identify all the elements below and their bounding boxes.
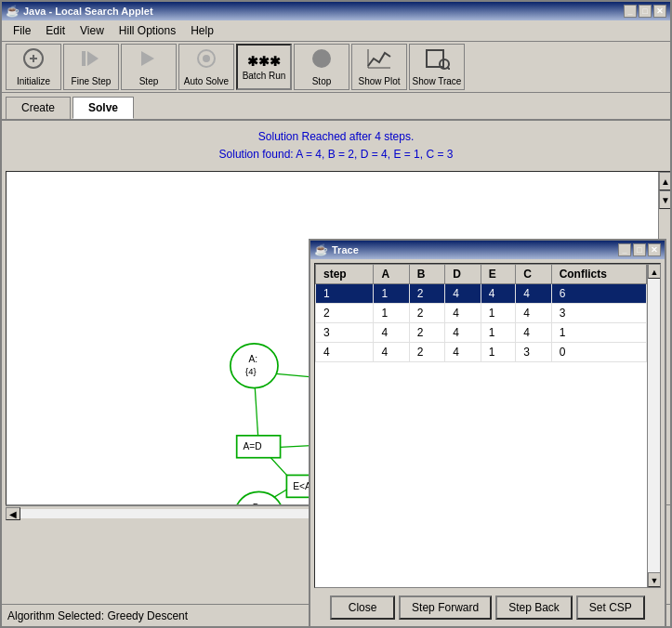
table-row[interactable]: 2 1 2 4 1 4 3 <box>316 304 647 323</box>
trace-close-button[interactable]: ✕ <box>648 243 661 256</box>
cell-c: 3 <box>516 343 551 362</box>
fine-step-icon <box>80 47 102 74</box>
menu-view[interactable]: View <box>72 22 112 39</box>
auto-solve-label: Auto Solve <box>184 76 229 86</box>
menu-bar: File Edit View Hill Options Help <box>2 20 670 42</box>
cell-a: 1 <box>374 304 409 323</box>
table-row[interactable]: 4 4 2 4 1 3 0 <box>316 343 647 362</box>
col-d: D <box>445 265 481 284</box>
step-button[interactable]: Step <box>121 44 177 90</box>
show-plot-label: Show Plot <box>358 76 400 86</box>
tab-create[interactable]: Create <box>6 97 71 119</box>
cell-e: 1 <box>481 323 515 343</box>
show-trace-label: Show Trace <box>413 76 462 86</box>
cell-d: 4 <box>445 304 481 323</box>
trace-maximize-button[interactable]: □ <box>633 243 646 256</box>
svg-marker-2 <box>87 51 99 66</box>
close-button[interactable]: ✕ <box>653 5 666 18</box>
title-bar-text: Java - Local Search Applet <box>23 6 153 17</box>
auto-solve-icon <box>195 47 217 74</box>
trace-window-icon: ☕ <box>314 243 328 256</box>
close-button[interactable]: Close <box>330 595 395 620</box>
col-c: C <box>516 265 551 284</box>
trace-title-text: Trace <box>332 244 359 255</box>
set-csp-button[interactable]: Set CSP <box>576 595 645 620</box>
cell-a: 4 <box>374 323 409 343</box>
col-e: E <box>481 265 515 284</box>
title-bar: ☕ Java - Local Search Applet _ □ ✕ <box>2 2 670 20</box>
cell-b: 2 <box>409 343 444 362</box>
status-text: Algorithm Selected: Greedy Descent <box>7 609 188 622</box>
cell-d: 4 <box>445 343 481 362</box>
menu-help[interactable]: Help <box>183 22 221 39</box>
cell-e: 4 <box>481 284 515 304</box>
trace-minimize-button[interactable]: _ <box>618 243 631 256</box>
cell-step: 3 <box>316 323 374 343</box>
batch-run-button[interactable]: ✱✱✱ Batch Run <box>236 44 292 90</box>
auto-solve-button[interactable]: Auto Solve <box>178 44 234 90</box>
fine-step-label: Fine Step <box>72 76 112 86</box>
cell-b: 2 <box>409 284 444 304</box>
app-icon: ☕ <box>6 5 20 18</box>
svg-text:{4}: {4} <box>245 368 256 377</box>
tab-solve[interactable]: Solve <box>72 97 134 119</box>
cell-conflicts: 1 <box>551 323 646 343</box>
svg-point-19 <box>231 344 278 388</box>
step-icon <box>138 47 160 74</box>
solution-line1: Solution Reached after 4 steps. <box>9 128 663 146</box>
col-a: A <box>374 265 409 284</box>
cell-conflicts: 6 <box>551 284 646 304</box>
menu-edit[interactable]: Edit <box>38 22 72 39</box>
stop-button[interactable]: Stop <box>294 44 349 90</box>
batch-run-label: Batch Run <box>243 71 286 81</box>
show-plot-button[interactable]: Show Plot <box>351 44 407 90</box>
initialize-icon <box>22 47 45 74</box>
svg-point-5 <box>203 55 210 62</box>
trace-controls: _ □ ✕ <box>618 243 661 256</box>
cell-conflicts: 3 <box>551 304 646 323</box>
show-trace-button[interactable]: Show Trace <box>409 44 465 90</box>
trace-window: ☕ Trace _ □ ✕ step A B D <box>309 239 666 628</box>
cell-b: 2 <box>409 304 444 323</box>
table-row[interactable]: 3 4 2 4 1 4 1 <box>316 323 647 343</box>
step-label: Step <box>139 76 159 86</box>
svg-marker-3 <box>141 51 154 66</box>
svg-rect-9 <box>427 50 443 67</box>
toolbar: Initialize Fine Step Step Auto Solve ✱✱✱… <box>2 42 670 93</box>
svg-rect-1 <box>82 51 86 66</box>
trace-table: step A B D E C Conflicts 1 1 <box>315 264 647 362</box>
show-trace-icon <box>424 47 450 74</box>
trace-title-bar: ☕ Trace _ □ ✕ <box>310 241 665 259</box>
cell-e: 1 <box>481 304 515 323</box>
cell-c: 4 <box>516 304 551 323</box>
menu-hill-options[interactable]: Hill Options <box>112 22 183 39</box>
cell-b: 2 <box>409 323 444 343</box>
svg-text:D:: D: <box>253 503 262 504</box>
col-b: B <box>409 265 444 284</box>
step-back-button[interactable]: Step Back <box>495 595 573 620</box>
cell-d: 4 <box>445 284 481 304</box>
cell-step: 2 <box>316 304 374 323</box>
trace-scrollbar-v[interactable]: ▲ ▼ <box>647 264 660 587</box>
cell-a: 1 <box>374 284 409 304</box>
fine-step-button[interactable]: Fine Step <box>63 44 119 90</box>
cell-step: 4 <box>316 343 374 362</box>
table-row[interactable]: 1 1 2 4 4 4 6 <box>316 284 647 304</box>
svg-text:A=D: A=D <box>244 442 262 452</box>
trace-footer: Close Step Forward Step Back Set CSP <box>310 592 665 627</box>
maximize-button[interactable]: □ <box>639 5 652 18</box>
stop-label: Stop <box>312 76 332 86</box>
cell-c: 4 <box>516 323 551 343</box>
initialize-button[interactable]: Initialize <box>6 44 61 90</box>
cell-e: 1 <box>481 343 515 362</box>
svg-point-6 <box>312 49 331 68</box>
cell-conflicts: 0 <box>551 343 646 362</box>
title-bar-controls: _ □ ✕ <box>624 5 666 18</box>
col-conflicts: Conflicts <box>551 265 646 284</box>
cell-d: 4 <box>445 323 481 343</box>
menu-file[interactable]: File <box>6 22 38 39</box>
step-forward-button[interactable]: Step Forward <box>399 595 492 620</box>
tabs: Create Solve <box>2 93 670 121</box>
minimize-button[interactable]: _ <box>624 5 637 18</box>
cell-step: 1 <box>316 284 374 304</box>
